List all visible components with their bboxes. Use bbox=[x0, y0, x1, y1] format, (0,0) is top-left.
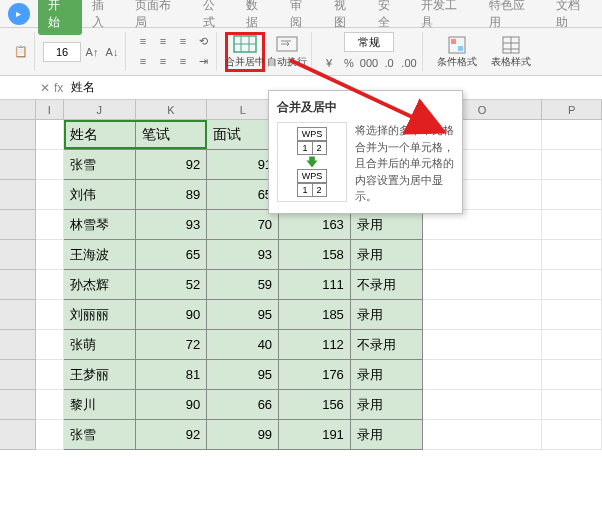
paste-icon[interactable]: 📋 bbox=[12, 43, 30, 61]
tab-data[interactable]: 数据 bbox=[236, 0, 280, 35]
number-format-select[interactable]: 常规 bbox=[344, 32, 394, 52]
svg-marker-14 bbox=[306, 156, 317, 167]
merge-center-button[interactable]: 合并居中 bbox=[225, 32, 265, 72]
percent-icon[interactable]: % bbox=[340, 54, 358, 72]
thousands-icon[interactable]: 000 bbox=[360, 54, 378, 72]
tab-special[interactable]: 特色应用 bbox=[479, 0, 546, 35]
table-row[interactable]: 林雪琴9370163录用 bbox=[0, 210, 602, 240]
wrap-label: 自动换行 bbox=[267, 55, 307, 69]
table-row[interactable]: 王梦丽8195176录用 bbox=[0, 360, 602, 390]
decimal-inc-icon[interactable]: .0 bbox=[380, 54, 398, 72]
app-menu-button[interactable]: ▸ bbox=[8, 3, 30, 25]
svg-rect-7 bbox=[458, 46, 463, 51]
font-size-input[interactable]: 16 bbox=[43, 42, 81, 62]
currency-icon[interactable]: ¥ bbox=[320, 54, 338, 72]
tab-review[interactable]: 审阅 bbox=[280, 0, 324, 35]
align-top-icon[interactable]: ≡ bbox=[134, 32, 152, 50]
orientation-icon[interactable]: ⟲ bbox=[194, 32, 212, 50]
conditional-format-button[interactable]: 条件格式 bbox=[431, 33, 483, 71]
wrap-icon bbox=[275, 35, 299, 53]
cond-format-icon bbox=[447, 35, 467, 55]
fx-icon[interactable]: fx bbox=[54, 81, 63, 95]
table-row[interactable]: 王海波6593158录用 bbox=[0, 240, 602, 270]
table-row[interactable]: 张萌7240112不录用 bbox=[0, 330, 602, 360]
table-row[interactable]: 孙杰辉5259111不录用 bbox=[0, 270, 602, 300]
tab-insert[interactable]: 插入 bbox=[82, 0, 126, 35]
tab-pagelayout[interactable]: 页面布局 bbox=[125, 0, 192, 35]
col-header[interactable]: P bbox=[542, 100, 602, 119]
cell-header-written: 笔试 bbox=[136, 120, 208, 150]
col-header[interactable]: I bbox=[36, 100, 64, 119]
increase-font-icon[interactable]: A↑ bbox=[83, 43, 101, 61]
table-row[interactable]: 刘丽丽9095185录用 bbox=[0, 300, 602, 330]
toolbar: 📋 16 A↑ A↓ ≡ ≡ ≡ ⟲ ≡ ≡ ≡ ⇥ 合并居中 自动换行 常规 bbox=[0, 28, 602, 76]
table-row[interactable]: 张雪9299191录用 bbox=[0, 420, 602, 450]
tooltip-illustration: WPS 12 WPS 12 bbox=[277, 122, 347, 202]
indent-icon[interactable]: ⇥ bbox=[194, 52, 212, 70]
align-center-icon[interactable]: ≡ bbox=[154, 52, 172, 70]
svg-rect-6 bbox=[451, 39, 456, 44]
merge-label: 合并居中 bbox=[225, 55, 265, 69]
table-style-button[interactable]: 表格样式 bbox=[485, 33, 537, 71]
tab-security[interactable]: 安全 bbox=[368, 0, 412, 35]
col-header[interactable]: K bbox=[136, 100, 208, 119]
align-left-icon[interactable]: ≡ bbox=[134, 52, 152, 70]
merge-tooltip: 合并及居中 WPS 12 WPS 12 将选择的多个单元格合并为一个单元格，且合… bbox=[268, 90, 463, 214]
col-header[interactable]: J bbox=[64, 100, 136, 119]
tab-dochelper[interactable]: 文档助 bbox=[546, 0, 602, 35]
decrease-font-icon[interactable]: A↓ bbox=[103, 43, 121, 61]
ribbon-tabs: ▸ 开始 插入 页面布局 公式 数据 审阅 视图 安全 开发工具 特色应用 文档… bbox=[0, 0, 602, 28]
tab-start[interactable]: 开始 bbox=[38, 0, 82, 35]
table-style-icon bbox=[501, 35, 521, 55]
tooltip-title: 合并及居中 bbox=[277, 99, 454, 116]
wrap-text-button[interactable]: 自动换行 bbox=[267, 32, 307, 72]
table-row[interactable]: 黎川9066156录用 bbox=[0, 390, 602, 420]
cell-header-name: 姓名 bbox=[64, 120, 136, 150]
align-middle-icon[interactable]: ≡ bbox=[154, 32, 172, 50]
tab-view[interactable]: 视图 bbox=[324, 0, 368, 35]
cancel-icon[interactable]: ✕ bbox=[40, 81, 50, 95]
align-bottom-icon[interactable]: ≡ bbox=[174, 32, 192, 50]
tooltip-text: 将选择的多个单元格合并为一个单元格，且合并后的单元格的内容设置为居中显示。 bbox=[355, 122, 454, 205]
align-right-icon[interactable]: ≡ bbox=[174, 52, 192, 70]
tab-formulas[interactable]: 公式 bbox=[193, 0, 237, 35]
tab-devtools[interactable]: 开发工具 bbox=[411, 0, 478, 35]
decimal-dec-icon[interactable]: .00 bbox=[400, 54, 418, 72]
merge-icon bbox=[233, 35, 257, 53]
